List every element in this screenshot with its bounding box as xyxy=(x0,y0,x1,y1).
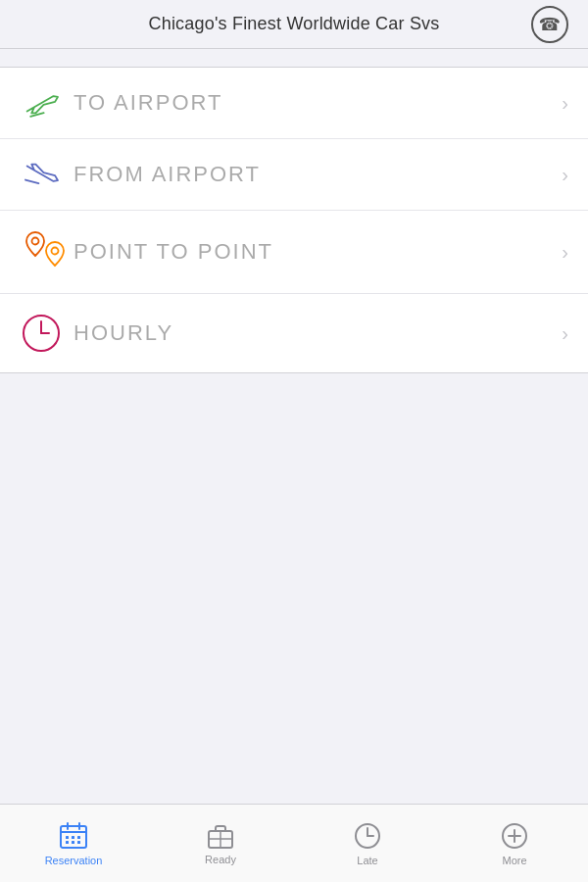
phone-icon: ☎ xyxy=(539,14,561,35)
app-header: Chicago's Finest Worldwide Car Svs ☎ xyxy=(0,0,588,49)
svg-rect-11 xyxy=(77,836,80,839)
calendar-icon xyxy=(59,821,88,851)
hourly-label: HOURLY xyxy=(74,320,562,346)
to-airport-label: TO AIRPORT xyxy=(74,90,562,116)
main-content: TO AIRPORT › FROM AIRPORT › xyxy=(0,49,588,804)
svg-rect-10 xyxy=(72,836,74,839)
svg-point-2 xyxy=(32,238,39,245)
tab-more-label: More xyxy=(502,855,526,866)
chevron-icon: › xyxy=(562,322,568,345)
chevron-icon: › xyxy=(562,92,568,115)
suitcase-icon xyxy=(206,822,235,850)
tab-more[interactable]: More xyxy=(441,805,588,882)
menu-item-to-airport[interactable]: TO AIRPORT › xyxy=(0,68,588,139)
clock-tab-icon xyxy=(353,821,382,851)
chevron-icon: › xyxy=(562,241,568,264)
clock-icon xyxy=(20,312,74,355)
menu-item-point-to-point[interactable]: POINT TO POINT › xyxy=(0,211,588,294)
tab-reservation-label: Reservation xyxy=(45,855,103,866)
location-pins-icon xyxy=(20,228,74,275)
plane-takeoff-icon xyxy=(20,85,74,121)
point-to-point-label: POINT TO POINT xyxy=(74,239,562,265)
phone-button[interactable]: ☎ xyxy=(531,6,568,43)
chevron-icon: › xyxy=(562,164,568,186)
svg-rect-14 xyxy=(77,841,80,844)
tab-late[interactable]: Late xyxy=(294,805,441,882)
menu-item-hourly[interactable]: HOURLY › xyxy=(0,294,588,372)
from-airport-label: FROM AIRPORT xyxy=(74,162,562,187)
svg-rect-9 xyxy=(66,836,69,839)
menu-item-from-airport[interactable]: FROM AIRPORT › xyxy=(0,139,588,211)
svg-point-3 xyxy=(52,248,59,255)
tab-ready[interactable]: Ready xyxy=(147,805,294,882)
plane-landing-icon xyxy=(20,157,74,192)
svg-line-1 xyxy=(25,180,39,184)
svg-rect-13 xyxy=(72,841,74,844)
tab-bar: Reservation Ready Late xyxy=(0,804,588,882)
app-title: Chicago's Finest Worldwide Car Svs xyxy=(148,14,439,34)
plus-circle-icon xyxy=(500,821,529,851)
service-menu: TO AIRPORT › FROM AIRPORT › xyxy=(0,67,588,373)
svg-rect-12 xyxy=(66,841,69,844)
tab-ready-label: Ready xyxy=(205,854,236,865)
tab-late-label: Late xyxy=(357,855,377,866)
tab-reservation[interactable]: Reservation xyxy=(0,805,147,882)
